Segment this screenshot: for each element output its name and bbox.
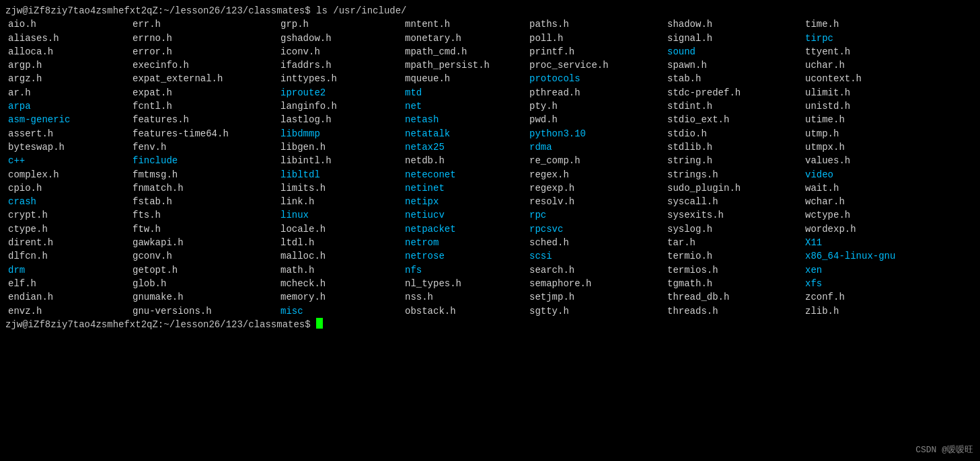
list-item: netash bbox=[402, 113, 527, 126]
list-item: ar.h bbox=[5, 86, 130, 99]
list-item: net bbox=[402, 99, 527, 113]
list-item: stab.h bbox=[665, 72, 802, 85]
list-item: setjmp.h bbox=[527, 290, 665, 304]
list-item: gconv.h bbox=[130, 249, 278, 263]
list-item: syslog.h bbox=[665, 222, 802, 236]
list-item: ucontext.h bbox=[802, 72, 927, 85]
list-item: features-time64.h bbox=[130, 127, 278, 140]
list-item: mtd bbox=[402, 86, 527, 99]
list-item: netrom bbox=[402, 236, 527, 249]
list-item: gnumake.h bbox=[130, 290, 278, 304]
list-item: ulimit.h bbox=[802, 86, 927, 99]
list-item: tgmath.h bbox=[665, 277, 802, 290]
list-item: sgtty.h bbox=[527, 304, 665, 318]
list-item: zconf.h bbox=[802, 290, 927, 304]
list-item: signal.h bbox=[665, 32, 802, 45]
list-item: unistd.h bbox=[802, 99, 927, 113]
list-item: poll.h bbox=[527, 32, 665, 45]
list-item: misc bbox=[278, 304, 402, 318]
list-item: netax25 bbox=[402, 140, 527, 154]
list-item: nss.h bbox=[402, 290, 527, 304]
list-item: X11 bbox=[802, 236, 927, 249]
list-item: ftw.h bbox=[130, 222, 278, 236]
list-item: fmtmsg.h bbox=[130, 168, 278, 181]
list-item: obstack.h bbox=[402, 304, 527, 318]
list-item: netpacket bbox=[402, 222, 527, 236]
list-item: search.h bbox=[527, 263, 665, 277]
list-item: assert.h bbox=[5, 127, 130, 140]
list-item: math.h bbox=[278, 263, 402, 277]
list-item: malloc.h bbox=[278, 249, 402, 263]
list-item: sound bbox=[665, 45, 802, 58]
list-item: wordexp.h bbox=[802, 222, 927, 236]
list-item: pthread.h bbox=[527, 86, 665, 99]
list-item: shadow.h bbox=[665, 17, 802, 31]
list-item: mpath_persist.h bbox=[402, 58, 527, 72]
list-item: syscall.h bbox=[665, 195, 802, 208]
list-item: elf.h bbox=[5, 277, 130, 290]
list-item: strings.h bbox=[665, 168, 802, 181]
list-item: rpcsvc bbox=[527, 222, 665, 236]
list-item: stdio.h bbox=[665, 127, 802, 140]
list-item: time.h bbox=[802, 17, 927, 31]
list-item: spawn.h bbox=[665, 58, 802, 72]
list-item: err.h bbox=[130, 17, 278, 31]
list-item: libintl.h bbox=[278, 154, 402, 167]
list-item: mntent.h bbox=[402, 17, 527, 31]
list-item: ltdl.h bbox=[278, 236, 402, 249]
list-item: memory.h bbox=[278, 290, 402, 304]
list-item: wchar.h bbox=[802, 195, 927, 208]
list-item: sudo_plugin.h bbox=[665, 181, 802, 195]
list-item: expat.h bbox=[130, 86, 278, 99]
list-item: crash bbox=[5, 195, 130, 208]
list-item: fnmatch.h bbox=[130, 181, 278, 195]
list-item: threads.h bbox=[665, 304, 802, 318]
prompt-text: zjw@iZf8ziy7tao4zsmhefxt2qZ:~/lesson26/1… bbox=[5, 4, 407, 17]
list-item: ttyent.h bbox=[802, 45, 927, 58]
list-item: netdb.h bbox=[402, 154, 527, 167]
cursor bbox=[316, 318, 323, 329]
list-item: paths.h bbox=[527, 17, 665, 31]
watermark: CSDN @嗳嗳旺 bbox=[915, 444, 973, 456]
list-item: fstab.h bbox=[130, 195, 278, 208]
list-item: re_comp.h bbox=[527, 154, 665, 167]
list-item: string.h bbox=[665, 154, 802, 167]
list-item: iproute2 bbox=[278, 86, 402, 99]
list-item: x86_64-linux-gnu bbox=[802, 249, 927, 263]
list-item: crypt.h bbox=[5, 208, 130, 222]
list-item: gshadow.h bbox=[278, 32, 402, 45]
list-item: ctype.h bbox=[5, 222, 130, 236]
list-item: expat_external.h bbox=[130, 72, 278, 85]
list-item: proc_service.h bbox=[527, 58, 665, 72]
list-item: netipx bbox=[402, 195, 527, 208]
list-item: features.h bbox=[130, 113, 278, 126]
list-item: wctype.h bbox=[802, 208, 927, 222]
list-item: python3.10 bbox=[527, 127, 665, 140]
list-item: alloca.h bbox=[5, 45, 130, 58]
bottom-prompt-text: zjw@iZf8ziy7tao4zsmhefxt2qZ:~/lesson26/1… bbox=[5, 318, 316, 331]
list-item: wait.h bbox=[802, 181, 927, 195]
list-item: stdio_ext.h bbox=[665, 113, 802, 126]
list-item: c++ bbox=[5, 154, 130, 167]
list-item: rdma bbox=[527, 140, 665, 154]
list-item: arpa bbox=[5, 99, 130, 113]
list-item: netrose bbox=[402, 249, 527, 263]
list-item: cpio.h bbox=[5, 181, 130, 195]
list-item: complex.h bbox=[5, 168, 130, 181]
list-item: termio.h bbox=[665, 249, 802, 263]
list-item: tar.h bbox=[665, 236, 802, 249]
top-prompt: zjw@iZf8ziy7tao4zsmhefxt2qZ:~/lesson26/1… bbox=[5, 4, 975, 17]
list-item: gnu-versions.h bbox=[130, 304, 278, 318]
list-item: netatalk bbox=[402, 127, 527, 140]
list-item: libdmmp bbox=[278, 127, 402, 140]
list-item: lastlog.h bbox=[278, 113, 402, 126]
list-item: getopt.h bbox=[130, 263, 278, 277]
list-item: fts.h bbox=[130, 208, 278, 222]
file-listing: aio.herr.hgrp.hmntent.hpaths.hshadow.hti… bbox=[5, 17, 975, 318]
list-item: limits.h bbox=[278, 181, 402, 195]
list-item: utime.h bbox=[802, 113, 927, 126]
list-item: libgen.h bbox=[278, 140, 402, 154]
list-item: pwd.h bbox=[527, 113, 665, 126]
list-item: grp.h bbox=[278, 17, 402, 31]
list-item: link.h bbox=[278, 195, 402, 208]
